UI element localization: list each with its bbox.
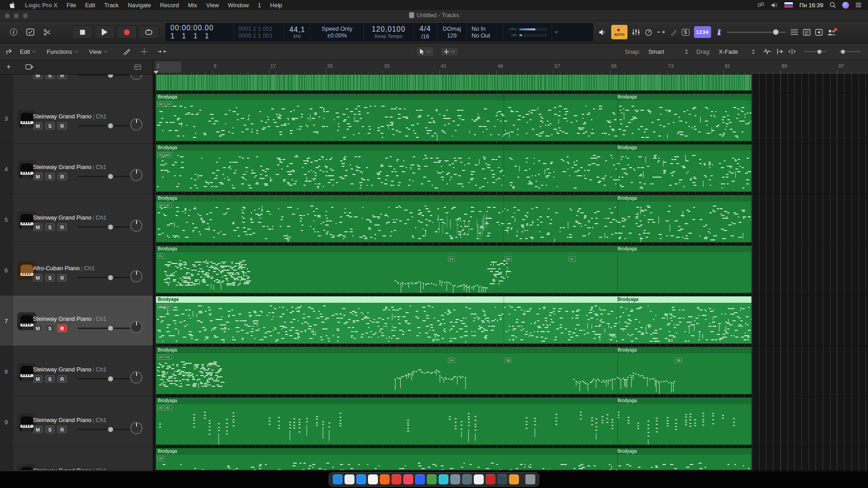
track-lane-9[interactable]: BrodyagaBrodyaga0061 (153, 397, 868, 447)
auto-zoom-icon[interactable] (788, 48, 796, 55)
master-volume-thumb[interactable] (773, 29, 779, 35)
command-click-tool-selector[interactable] (440, 47, 458, 56)
dock-icon-archive[interactable] (474, 474, 484, 484)
timeline-area[interactable]: BrodyagaBrodyagaBrodyagaBrodyaga0024Brod… (153, 75, 868, 471)
record-enable-button[interactable]: R (57, 223, 67, 231)
display-arrangement-icon[interactable] (757, 2, 764, 8)
track-volume-slider[interactable] (78, 123, 136, 129)
track-lane-4[interactable]: BrodyagaBrodyaga0033 (153, 144, 868, 194)
mute-button[interactable]: M (33, 223, 42, 231)
lcd-performance-meters[interactable]: CPU HD (503, 23, 552, 41)
lcd-time-position[interactable]: 00:00:00.00 1 1 1 1 (166, 23, 234, 41)
hierarchy-up-icon[interactable] (5, 48, 13, 55)
menu-item-help[interactable]: Help (266, 2, 287, 9)
play-button[interactable] (94, 25, 115, 39)
lcd-display[interactable]: 00:00:00.00 1 1 1 1 0001 1 1 001 0005 1 … (165, 23, 593, 41)
menu-item-window[interactable]: Window (223, 2, 253, 9)
track-header-row-5[interactable]: 5Steinway Grand Piano|Ch1MSR (0, 194, 153, 245)
track-header-config-icon[interactable] (134, 64, 141, 72)
mute-button[interactable]: M (33, 173, 42, 180)
mixer-icon[interactable] (632, 28, 640, 36)
count-in-button[interactable]: 1234 (694, 26, 711, 38)
collaboration-icon[interactable] (827, 29, 836, 36)
midi-region[interactable]: BrodyagaBrodyaga0033 (156, 144, 752, 192)
menu-item-record[interactable]: Record (156, 2, 184, 9)
toolbar-menu-view[interactable]: View (84, 48, 113, 55)
zoom-minus-plus-icon[interactable] (657, 29, 666, 35)
volume-icon[interactable] (771, 2, 778, 8)
siri-icon[interactable] (842, 2, 849, 9)
menu-item-1[interactable]: 1 (253, 2, 265, 9)
catch-playhead-icon[interactable] (777, 48, 783, 55)
track-pan-knob[interactable] (130, 118, 142, 131)
dock-icon-coffee[interactable] (509, 474, 519, 484)
volume-slider-thumb[interactable] (108, 325, 113, 331)
mute-button[interactable]: M (33, 122, 42, 130)
marquee-tool-icon[interactable] (141, 48, 148, 55)
menu-item-navigate[interactable]: Navigate (123, 2, 156, 9)
mute-button[interactable]: M (33, 375, 42, 383)
record-enable-button[interactable]: R (57, 324, 67, 332)
add-track-button[interactable]: + (6, 62, 11, 71)
track-header-row-3[interactable]: 3Steinway Grand Piano|Ch1MSR (0, 93, 153, 144)
menu-item-track[interactable]: Track (100, 2, 123, 9)
mute-button[interactable]: M (33, 274, 42, 282)
dock-icon-app-green[interactable] (427, 474, 437, 484)
mute-button[interactable]: M (33, 75, 42, 79)
left-click-tool-selector[interactable] (416, 47, 434, 56)
pencil-tool-icon[interactable] (123, 48, 131, 55)
solo-button[interactable]: S (45, 173, 55, 180)
track-lane-6[interactable]: BrodyagaBrodyaga01245601 (153, 245, 868, 296)
scissors-tool-icon[interactable] (43, 28, 51, 36)
midi-region[interactable]: BrodyagaBrodyaga0061 (156, 397, 752, 445)
track-pan-knob[interactable] (130, 371, 142, 384)
lcd-locators[interactable]: 0001 1 1 001 0005 1 1 001 (234, 23, 284, 41)
lcd-io-monitor[interactable]: No In No Out (467, 23, 503, 41)
volume-slider-thumb[interactable] (108, 376, 113, 382)
track-volume-slider[interactable] (78, 174, 136, 179)
record-enable-button[interactable]: R (57, 122, 67, 130)
track-header-row-8[interactable]: 8Steinway Grand Piano|Ch1MSR (0, 346, 153, 397)
record-enable-button[interactable]: R (57, 75, 67, 79)
dock-icon-notes[interactable] (368, 474, 378, 484)
track-header-row-4[interactable]: 4Steinway Grand Piano|Ch1MSR (0, 144, 153, 194)
dock-icon-music[interactable] (403, 474, 413, 484)
volume-slider-thumb[interactable] (108, 174, 113, 179)
app-menu[interactable]: Logic Pro X (20, 2, 62, 9)
track-lane-5[interactable]: BrodyagaBrodyaga0061 (153, 194, 868, 245)
dock-icon-app-blue[interactable] (415, 474, 425, 484)
metronome-icon[interactable] (716, 28, 722, 36)
mute-button[interactable]: M (33, 324, 42, 332)
prelisten-speaker-icon[interactable] (599, 29, 607, 36)
lcd-mode-chevron-icon[interactable] (552, 23, 561, 41)
inspector-toggle-icon[interactable] (26, 28, 34, 36)
snap-selector[interactable]: Smart (646, 47, 691, 56)
note-pads-icon[interactable] (803, 29, 811, 36)
cycle-button[interactable] (138, 25, 159, 39)
bar-ruler[interactable]: 191725334149576573818997 (153, 60, 868, 75)
solo-button[interactable]: S (45, 223, 55, 231)
solo-button[interactable]: S (45, 274, 55, 282)
dock-icon-recorder[interactable] (462, 474, 472, 484)
solo-mode-icon[interactable]: S (682, 29, 689, 36)
track-volume-slider[interactable] (78, 75, 136, 78)
track-volume-slider[interactable] (78, 427, 136, 432)
solo-button[interactable]: S (45, 122, 55, 130)
track-volume-slider[interactable] (78, 224, 136, 230)
record-enable-button[interactable]: R (57, 375, 67, 383)
track-lane-3[interactable]: BrodyagaBrodyaga0024 (153, 93, 868, 144)
midi-region[interactable]: BrodyagaBrodyaga0001245858 (156, 347, 752, 394)
midi-region[interactable]: BrodyagaBrodyaga (156, 75, 752, 91)
menu-item-file[interactable]: File (62, 2, 80, 9)
apple-loops-icon[interactable] (815, 29, 823, 36)
record-enable-button[interactable]: R (57, 274, 67, 282)
list-editors-icon[interactable] (790, 29, 798, 35)
dock-icon-browser-chrome[interactable] (344, 474, 354, 484)
level-meter-icon[interactable] (645, 28, 652, 36)
midi-region[interactable]: BrodyagaBrodyaga00 (156, 448, 752, 470)
toolbar-menu-edit[interactable]: Edit (14, 48, 41, 55)
mute-button[interactable]: M (33, 426, 42, 433)
dock-icon-app-gray[interactable] (450, 474, 460, 484)
volume-slider-thumb[interactable] (108, 224, 113, 230)
track-header-row-10[interactable]: 10Steinway Grand Piano|Ch1MSR (0, 447, 153, 470)
